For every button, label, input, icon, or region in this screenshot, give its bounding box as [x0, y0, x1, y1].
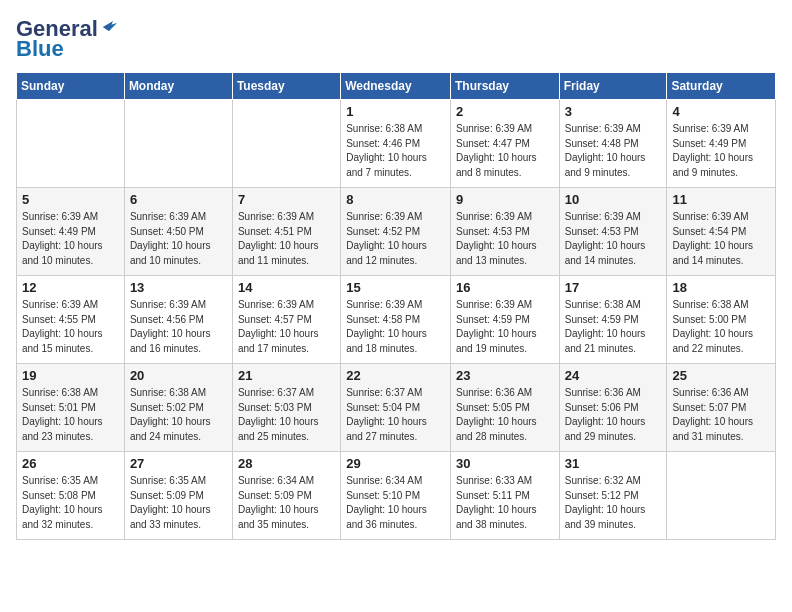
- day-cell: 10Sunrise: 6:39 AM Sunset: 4:53 PM Dayli…: [559, 188, 667, 276]
- day-cell: 17Sunrise: 6:38 AM Sunset: 4:59 PM Dayli…: [559, 276, 667, 364]
- week-row-2: 5Sunrise: 6:39 AM Sunset: 4:49 PM Daylig…: [17, 188, 776, 276]
- day-info: Sunrise: 6:38 AM Sunset: 5:00 PM Dayligh…: [672, 298, 770, 356]
- day-info: Sunrise: 6:34 AM Sunset: 5:09 PM Dayligh…: [238, 474, 335, 532]
- day-info: Sunrise: 6:39 AM Sunset: 4:58 PM Dayligh…: [346, 298, 445, 356]
- day-info: Sunrise: 6:32 AM Sunset: 5:12 PM Dayligh…: [565, 474, 662, 532]
- day-info: Sunrise: 6:39 AM Sunset: 4:49 PM Dayligh…: [672, 122, 770, 180]
- day-number: 12: [22, 280, 119, 295]
- day-cell: [124, 100, 232, 188]
- header-friday: Friday: [559, 73, 667, 100]
- day-cell: 19Sunrise: 6:38 AM Sunset: 5:01 PM Dayli…: [17, 364, 125, 452]
- day-cell: 14Sunrise: 6:39 AM Sunset: 4:57 PM Dayli…: [232, 276, 340, 364]
- day-number: 29: [346, 456, 445, 471]
- day-info: Sunrise: 6:33 AM Sunset: 5:11 PM Dayligh…: [456, 474, 554, 532]
- day-cell: 11Sunrise: 6:39 AM Sunset: 4:54 PM Dayli…: [667, 188, 776, 276]
- header-thursday: Thursday: [450, 73, 559, 100]
- header-wednesday: Wednesday: [341, 73, 451, 100]
- day-cell: 23Sunrise: 6:36 AM Sunset: 5:05 PM Dayli…: [450, 364, 559, 452]
- day-number: 5: [22, 192, 119, 207]
- logo-bird-icon: [99, 17, 117, 35]
- day-cell: [17, 100, 125, 188]
- day-info: Sunrise: 6:38 AM Sunset: 4:59 PM Dayligh…: [565, 298, 662, 356]
- day-info: Sunrise: 6:37 AM Sunset: 5:03 PM Dayligh…: [238, 386, 335, 444]
- day-number: 7: [238, 192, 335, 207]
- day-info: Sunrise: 6:38 AM Sunset: 4:46 PM Dayligh…: [346, 122, 445, 180]
- day-number: 31: [565, 456, 662, 471]
- day-cell: 7Sunrise: 6:39 AM Sunset: 4:51 PM Daylig…: [232, 188, 340, 276]
- day-number: 9: [456, 192, 554, 207]
- day-info: Sunrise: 6:36 AM Sunset: 5:06 PM Dayligh…: [565, 386, 662, 444]
- day-info: Sunrise: 6:39 AM Sunset: 4:47 PM Dayligh…: [456, 122, 554, 180]
- day-info: Sunrise: 6:39 AM Sunset: 4:56 PM Dayligh…: [130, 298, 227, 356]
- day-cell: 31Sunrise: 6:32 AM Sunset: 5:12 PM Dayli…: [559, 452, 667, 540]
- week-row-1: 1Sunrise: 6:38 AM Sunset: 4:46 PM Daylig…: [17, 100, 776, 188]
- day-info: Sunrise: 6:39 AM Sunset: 4:52 PM Dayligh…: [346, 210, 445, 268]
- day-info: Sunrise: 6:37 AM Sunset: 5:04 PM Dayligh…: [346, 386, 445, 444]
- day-cell: 20Sunrise: 6:38 AM Sunset: 5:02 PM Dayli…: [124, 364, 232, 452]
- header-saturday: Saturday: [667, 73, 776, 100]
- page-header: General Blue: [16, 16, 776, 62]
- day-cell: 6Sunrise: 6:39 AM Sunset: 4:50 PM Daylig…: [124, 188, 232, 276]
- day-number: 1: [346, 104, 445, 119]
- day-cell: [667, 452, 776, 540]
- day-cell: 29Sunrise: 6:34 AM Sunset: 5:10 PM Dayli…: [341, 452, 451, 540]
- logo-blue: Blue: [16, 36, 64, 62]
- day-number: 19: [22, 368, 119, 383]
- day-number: 20: [130, 368, 227, 383]
- day-number: 11: [672, 192, 770, 207]
- day-info: Sunrise: 6:39 AM Sunset: 4:57 PM Dayligh…: [238, 298, 335, 356]
- header-monday: Monday: [124, 73, 232, 100]
- day-cell: 12Sunrise: 6:39 AM Sunset: 4:55 PM Dayli…: [17, 276, 125, 364]
- day-info: Sunrise: 6:39 AM Sunset: 4:53 PM Dayligh…: [456, 210, 554, 268]
- header-sunday: Sunday: [17, 73, 125, 100]
- day-info: Sunrise: 6:39 AM Sunset: 4:59 PM Dayligh…: [456, 298, 554, 356]
- day-info: Sunrise: 6:38 AM Sunset: 5:02 PM Dayligh…: [130, 386, 227, 444]
- day-cell: 24Sunrise: 6:36 AM Sunset: 5:06 PM Dayli…: [559, 364, 667, 452]
- day-info: Sunrise: 6:39 AM Sunset: 4:53 PM Dayligh…: [565, 210, 662, 268]
- day-number: 28: [238, 456, 335, 471]
- calendar-table: SundayMondayTuesdayWednesdayThursdayFrid…: [16, 72, 776, 540]
- day-cell: 2Sunrise: 6:39 AM Sunset: 4:47 PM Daylig…: [450, 100, 559, 188]
- day-cell: 27Sunrise: 6:35 AM Sunset: 5:09 PM Dayli…: [124, 452, 232, 540]
- day-info: Sunrise: 6:39 AM Sunset: 4:55 PM Dayligh…: [22, 298, 119, 356]
- day-cell: [232, 100, 340, 188]
- day-number: 3: [565, 104, 662, 119]
- day-cell: 4Sunrise: 6:39 AM Sunset: 4:49 PM Daylig…: [667, 100, 776, 188]
- day-number: 30: [456, 456, 554, 471]
- day-number: 16: [456, 280, 554, 295]
- day-number: 22: [346, 368, 445, 383]
- week-row-4: 19Sunrise: 6:38 AM Sunset: 5:01 PM Dayli…: [17, 364, 776, 452]
- day-info: Sunrise: 6:39 AM Sunset: 4:48 PM Dayligh…: [565, 122, 662, 180]
- day-info: Sunrise: 6:35 AM Sunset: 5:08 PM Dayligh…: [22, 474, 119, 532]
- day-number: 18: [672, 280, 770, 295]
- day-info: Sunrise: 6:36 AM Sunset: 5:07 PM Dayligh…: [672, 386, 770, 444]
- day-number: 14: [238, 280, 335, 295]
- day-number: 6: [130, 192, 227, 207]
- logo: General Blue: [16, 16, 117, 62]
- day-info: Sunrise: 6:39 AM Sunset: 4:54 PM Dayligh…: [672, 210, 770, 268]
- day-cell: 13Sunrise: 6:39 AM Sunset: 4:56 PM Dayli…: [124, 276, 232, 364]
- week-row-3: 12Sunrise: 6:39 AM Sunset: 4:55 PM Dayli…: [17, 276, 776, 364]
- day-info: Sunrise: 6:34 AM Sunset: 5:10 PM Dayligh…: [346, 474, 445, 532]
- day-cell: 26Sunrise: 6:35 AM Sunset: 5:08 PM Dayli…: [17, 452, 125, 540]
- day-cell: 15Sunrise: 6:39 AM Sunset: 4:58 PM Dayli…: [341, 276, 451, 364]
- day-cell: 22Sunrise: 6:37 AM Sunset: 5:04 PM Dayli…: [341, 364, 451, 452]
- day-cell: 3Sunrise: 6:39 AM Sunset: 4:48 PM Daylig…: [559, 100, 667, 188]
- day-info: Sunrise: 6:38 AM Sunset: 5:01 PM Dayligh…: [22, 386, 119, 444]
- day-number: 26: [22, 456, 119, 471]
- day-number: 17: [565, 280, 662, 295]
- day-number: 23: [456, 368, 554, 383]
- day-cell: 1Sunrise: 6:38 AM Sunset: 4:46 PM Daylig…: [341, 100, 451, 188]
- day-number: 10: [565, 192, 662, 207]
- day-cell: 18Sunrise: 6:38 AM Sunset: 5:00 PM Dayli…: [667, 276, 776, 364]
- day-number: 4: [672, 104, 770, 119]
- day-cell: 8Sunrise: 6:39 AM Sunset: 4:52 PM Daylig…: [341, 188, 451, 276]
- day-info: Sunrise: 6:36 AM Sunset: 5:05 PM Dayligh…: [456, 386, 554, 444]
- day-cell: 30Sunrise: 6:33 AM Sunset: 5:11 PM Dayli…: [450, 452, 559, 540]
- day-info: Sunrise: 6:39 AM Sunset: 4:51 PM Dayligh…: [238, 210, 335, 268]
- day-cell: 28Sunrise: 6:34 AM Sunset: 5:09 PM Dayli…: [232, 452, 340, 540]
- day-info: Sunrise: 6:35 AM Sunset: 5:09 PM Dayligh…: [130, 474, 227, 532]
- day-cell: 9Sunrise: 6:39 AM Sunset: 4:53 PM Daylig…: [450, 188, 559, 276]
- day-cell: 25Sunrise: 6:36 AM Sunset: 5:07 PM Dayli…: [667, 364, 776, 452]
- day-number: 27: [130, 456, 227, 471]
